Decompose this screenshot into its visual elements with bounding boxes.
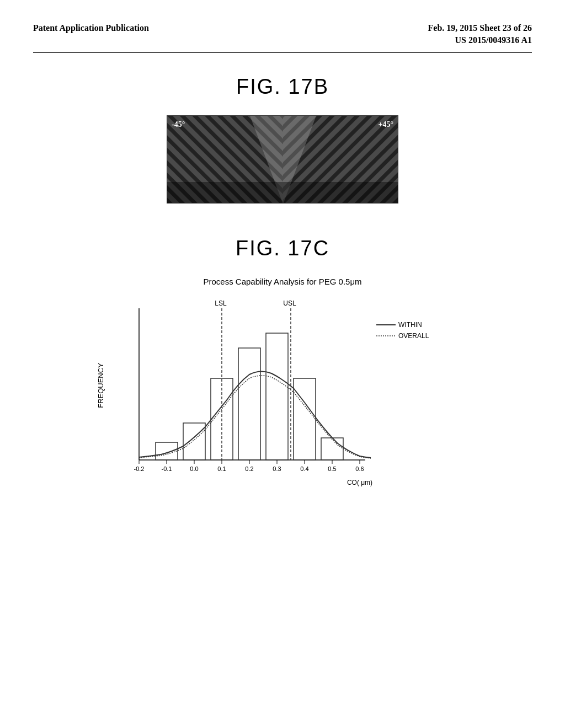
- chart-title: Process Capability Analysis for PEG 0.5μ…: [33, 277, 532, 286]
- svg-rect-17: [294, 378, 316, 460]
- chart-container: FREQUENCY: [33, 297, 532, 507]
- svg-text:0.1: 0.1: [217, 465, 226, 472]
- svg-text:0.0: 0.0: [190, 465, 198, 472]
- patent-number: US 2015/0049316 A1: [428, 34, 532, 46]
- svg-text:0.4: 0.4: [300, 465, 308, 472]
- svg-rect-18: [321, 438, 343, 460]
- svg-text:USL: USL: [283, 299, 296, 307]
- label-minus45: -45°: [172, 120, 185, 129]
- svg-rect-13: [183, 423, 205, 460]
- svg-text:CO( μm): CO( μm): [347, 479, 372, 486]
- header-right: Feb. 19, 2015 Sheet 23 of 26 US 2015/004…: [428, 22, 532, 47]
- svg-rect-8: [167, 182, 398, 204]
- svg-text:0.6: 0.6: [355, 465, 364, 472]
- svg-text:WITHIN: WITHIN: [398, 321, 422, 329]
- svg-text:-0.2: -0.2: [134, 465, 145, 472]
- publication-label: Patent Application Publication: [33, 22, 149, 34]
- fig17b-title: FIG. 17B: [33, 75, 532, 99]
- capability-chart: FREQUENCY: [95, 297, 470, 507]
- svg-rect-15: [238, 348, 260, 460]
- svg-text:FREQUENCY: FREQUENCY: [97, 363, 105, 408]
- fig17b-image: -45° +45°: [167, 115, 398, 204]
- fig17b-section: FIG. 17B -45° +45°: [33, 75, 532, 204]
- page-header: Patent Application Publication Feb. 19, …: [33, 22, 532, 53]
- fig17c-title: FIG. 17C: [33, 237, 532, 260]
- stripe-svg: [167, 116, 398, 204]
- fig17c-section: FIG. 17C Process Capability Analysis for…: [33, 237, 532, 507]
- label-plus45: +45°: [378, 120, 393, 129]
- svg-text:-0.1: -0.1: [162, 465, 172, 472]
- fig17b-image-container: -45° +45°: [33, 115, 532, 204]
- svg-text:LSL: LSL: [215, 299, 227, 307]
- svg-text:0.5: 0.5: [328, 465, 336, 472]
- svg-text:0.2: 0.2: [245, 465, 253, 472]
- page: Patent Application Publication Feb. 19, …: [0, 0, 565, 728]
- publication-text: Patent Application Publication: [33, 23, 149, 33]
- sheet-info: Feb. 19, 2015 Sheet 23 of 26: [428, 22, 532, 34]
- svg-rect-16: [266, 333, 288, 460]
- svg-text:OVERALL: OVERALL: [398, 332, 429, 340]
- svg-rect-12: [156, 442, 178, 460]
- svg-text:0.3: 0.3: [273, 465, 281, 472]
